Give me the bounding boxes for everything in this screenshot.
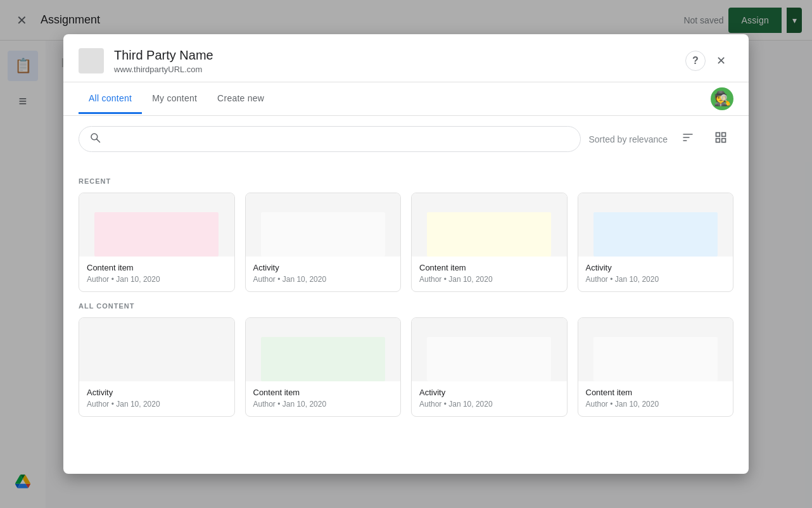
svg-rect-8 xyxy=(722,139,726,143)
modal-tabs: All content My content Create new 🕵️ xyxy=(63,82,749,116)
card-meta-all-0: Author • Jan 10, 2020 xyxy=(87,400,227,409)
card-info-0: Content item Author • Jan 10, 2020 xyxy=(79,257,234,291)
card-thumbnail-all-1 xyxy=(246,318,401,381)
grid-icon xyxy=(714,131,727,147)
card-recent-3[interactable]: Activity Author • Jan 10, 2020 xyxy=(578,193,734,292)
search-box[interactable] xyxy=(79,126,581,152)
card-thumbnail-1 xyxy=(246,193,401,257)
sort-icon xyxy=(682,131,694,147)
card-thumbnail-0 xyxy=(79,193,234,257)
help-button[interactable]: ? xyxy=(685,51,706,71)
search-icon xyxy=(89,132,101,146)
card-info-all-1: Content item Author • Jan 10, 2020 xyxy=(246,381,401,416)
card-thumbnail-all-3 xyxy=(578,318,733,381)
card-meta-all-3: Author • Jan 10, 2020 xyxy=(586,400,726,409)
card-all-2[interactable]: Activity Author • Jan 10, 2020 xyxy=(411,317,568,417)
svg-rect-5 xyxy=(716,133,720,137)
card-title-1: Activity xyxy=(253,263,393,272)
card-info-all-2: Activity Author • Jan 10, 2020 xyxy=(412,381,567,416)
card-info-all-3: Content item Author • Jan 10, 2020 xyxy=(578,381,733,416)
card-info-2: Content item Author • Jan 10, 2020 xyxy=(412,257,567,291)
thumbnail-image-all-1 xyxy=(261,337,385,381)
card-recent-2[interactable]: Content item Author • Jan 10, 2020 xyxy=(411,193,568,292)
avatar-emoji: 🕵️ xyxy=(714,91,731,107)
thumbnail-image-0 xyxy=(94,212,219,257)
modal-close-button[interactable]: ✕ xyxy=(708,48,733,73)
recent-section-label: RECENT xyxy=(79,177,733,185)
sort-button[interactable] xyxy=(675,127,701,152)
svg-rect-7 xyxy=(716,139,720,143)
card-meta-all-2: Author • Jan 10, 2020 xyxy=(419,400,559,409)
card-meta-0: Author • Jan 10, 2020 xyxy=(87,275,227,284)
modal-body: RECENT Content item Author • Jan 10, 202… xyxy=(63,162,749,474)
third-party-logo xyxy=(79,48,104,73)
modal-header: Third Party Name www.thirdpartyURL.com ?… xyxy=(63,34,749,82)
card-thumbnail-all-0 xyxy=(79,318,234,381)
sort-label: Sorted by relevance xyxy=(588,134,668,144)
modal-header-info: Third Party Name www.thirdpartyURL.com xyxy=(114,47,685,74)
search-sort-bar: Sorted by relevance xyxy=(63,116,749,162)
tab-my-content[interactable]: My content xyxy=(142,84,207,114)
svg-rect-6 xyxy=(722,133,726,137)
card-info-all-0: Activity Author • Jan 10, 2020 xyxy=(79,381,234,416)
card-meta-2: Author • Jan 10, 2020 xyxy=(419,275,559,284)
help-icon: ? xyxy=(692,55,699,67)
svg-line-1 xyxy=(97,139,100,143)
close-icon: ✕ xyxy=(716,54,726,68)
card-title-2: Content item xyxy=(419,263,559,272)
card-title-3: Activity xyxy=(586,263,726,272)
card-title-all-2: Activity xyxy=(419,388,559,397)
card-thumbnail-3 xyxy=(578,193,733,257)
card-thumbnail-2 xyxy=(412,193,567,257)
thumbnail-image-1 xyxy=(261,212,385,257)
modal-subtitle: www.thirdpartyURL.com xyxy=(114,65,685,74)
thumbnail-image-3 xyxy=(593,212,718,257)
card-all-3[interactable]: Content item Author • Jan 10, 2020 xyxy=(578,317,734,417)
card-info-3: Activity Author • Jan 10, 2020 xyxy=(578,257,733,291)
all-content-section-label: ALL CONTENT xyxy=(79,302,733,310)
tab-create-new[interactable]: Create new xyxy=(207,84,274,114)
card-recent-1[interactable]: Activity Author • Jan 10, 2020 xyxy=(245,193,402,292)
card-recent-0[interactable]: Content item Author • Jan 10, 2020 xyxy=(79,193,235,292)
card-title-all-0: Activity xyxy=(87,388,227,397)
thumbnail-image-all-0 xyxy=(94,337,219,381)
recent-cards-grid: Content item Author • Jan 10, 2020 Activ… xyxy=(79,193,733,292)
tab-all-content[interactable]: All content xyxy=(79,84,142,114)
card-title-all-1: Content item xyxy=(253,388,393,397)
user-avatar[interactable]: 🕵️ xyxy=(711,87,733,110)
card-all-0[interactable]: Activity Author • Jan 10, 2020 xyxy=(79,317,235,417)
card-thumbnail-all-2 xyxy=(412,318,567,381)
card-title-all-3: Content item xyxy=(586,388,726,397)
card-meta-3: Author • Jan 10, 2020 xyxy=(586,275,726,284)
all-content-cards-grid: Activity Author • Jan 10, 2020 Content i… xyxy=(79,317,733,417)
search-input[interactable] xyxy=(106,134,570,144)
content-picker-modal: Third Party Name www.thirdpartyURL.com ?… xyxy=(63,34,749,474)
thumbnail-image-all-2 xyxy=(427,337,551,381)
card-title-0: Content item xyxy=(87,263,227,272)
grid-view-button[interactable] xyxy=(708,127,733,152)
modal-title: Third Party Name xyxy=(114,47,685,63)
card-meta-all-1: Author • Jan 10, 2020 xyxy=(253,400,393,409)
thumbnail-image-all-3 xyxy=(593,337,718,381)
modal-header-actions: ? ✕ xyxy=(685,48,733,73)
card-info-1: Activity Author • Jan 10, 2020 xyxy=(246,257,401,291)
card-meta-1: Author • Jan 10, 2020 xyxy=(253,275,393,284)
thumbnail-image-2 xyxy=(427,212,551,257)
card-all-1[interactable]: Content item Author • Jan 10, 2020 xyxy=(245,317,402,417)
